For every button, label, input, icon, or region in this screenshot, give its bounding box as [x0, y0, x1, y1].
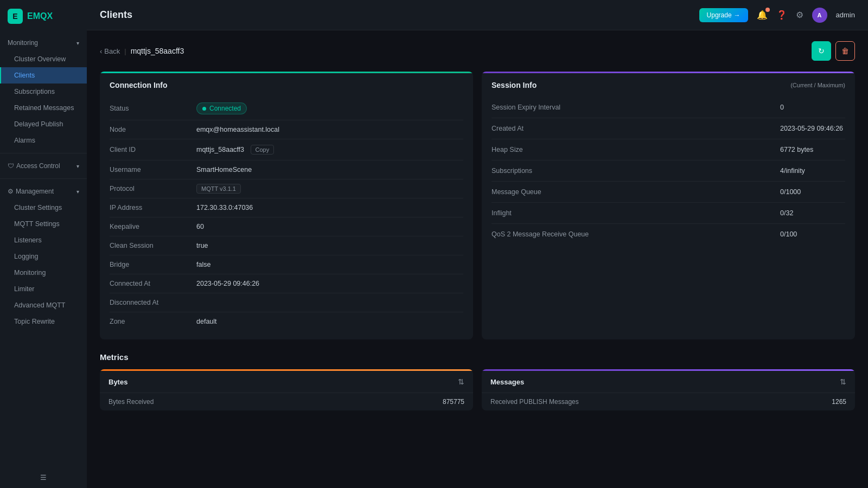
- sort-icon-messages[interactable]: ⇅: [840, 377, 846, 386]
- arrow-right-icon: →: [734, 11, 741, 19]
- delete-button[interactable]: 🗑: [835, 41, 855, 61]
- disconnected-at-row: Disconnected At: [110, 293, 463, 312]
- bytes-card: Bytes ⇅ Bytes Received 875775: [100, 369, 473, 410]
- main-content: Clients Upgrade → 🔔 ❓ ⚙ A admin ‹ Back |…: [87, 0, 868, 488]
- protocol-row: Protocol MQTT v3.1.1: [110, 179, 463, 198]
- session-created-row: Created At 2023-05-29 09:46:26: [492, 118, 845, 139]
- arrow-left-icon: ‹: [100, 47, 102, 55]
- chevron-down-icon: ▾: [76, 40, 79, 46]
- metrics-row: Bytes ⇅ Bytes Received 875775 Messages ⇅…: [100, 369, 855, 410]
- collapse-icon: ☰: [40, 473, 47, 481]
- sidebar-item-monitoring[interactable]: Monitoring: [0, 265, 87, 281]
- help-icon[interactable]: ❓: [776, 10, 787, 20]
- sidebar-item-listeners[interactable]: Listeners: [0, 232, 87, 248]
- status-badge: Connected: [196, 102, 247, 114]
- status-row: Status Connected: [110, 97, 463, 120]
- sidebar-management-group[interactable]: ⚙ Management ▾: [0, 183, 87, 200]
- node-row: Node emqx@homeassistant.local: [110, 120, 463, 139]
- page-title: Clients: [100, 9, 132, 21]
- header: Clients Upgrade → 🔔 ❓ ⚙ A admin: [87, 0, 868, 30]
- session-card-title: Session Info: [492, 81, 537, 89]
- upgrade-button[interactable]: Upgrade →: [699, 8, 748, 22]
- username-row: Username SmartHomeScene: [110, 160, 463, 179]
- page-actions: ↻ 🗑: [812, 41, 855, 61]
- connected-at-row: Connected At 2023-05-29 09:46:26: [110, 274, 463, 293]
- shield-icon: 🛡: [8, 162, 14, 170]
- session-qos2-row: QoS 2 Message Receive Queue 0/100: [492, 224, 845, 245]
- refresh-button[interactable]: ↻: [812, 41, 831, 61]
- copy-client-id-button[interactable]: Copy: [251, 145, 275, 155]
- session-card-subtitle: (Current / Maximum): [790, 82, 845, 88]
- refresh-icon: ↻: [818, 47, 825, 55]
- info-cards-row: Connection Info Status Connected Nod: [100, 72, 855, 339]
- received-publish-row: Received PUBLISH Messages 1265: [482, 393, 855, 410]
- sidebar-management-section: ⚙ Management ▾ Cluster Settings MQTT Set…: [0, 181, 87, 332]
- sidebar: E EMQX Monitoring ▾ Cluster Overview Cli…: [0, 0, 87, 488]
- connection-card-title: Connection Info: [110, 81, 168, 89]
- chevron-down-icon-3: ▾: [76, 189, 79, 195]
- app-logo: E EMQX: [0, 0, 87, 33]
- sidebar-item-mqtt-settings[interactable]: MQTT Settings: [0, 216, 87, 232]
- bytes-card-title: Bytes: [108, 378, 127, 386]
- session-card-title-row: Session Info (Current / Maximum): [482, 73, 855, 95]
- sidebar-collapse-button[interactable]: ☰: [0, 467, 87, 488]
- client-id-row: Client ID mqttjs_58aacff3 Copy: [110, 139, 463, 160]
- trash-icon: 🗑: [841, 47, 849, 55]
- messages-card-title: Messages: [490, 378, 524, 386]
- sidebar-access-group[interactable]: 🛡 Access Control ▾: [0, 158, 87, 174]
- connection-card-title-row: Connection Info: [100, 73, 473, 95]
- keepalive-row: Keepalive 60: [110, 217, 463, 236]
- zone-row: Zone default: [110, 312, 463, 331]
- session-heap-row: Heap Size 6772 bytes: [492, 139, 845, 160]
- sidebar-access-section: 🛡 Access Control ▾: [0, 156, 87, 176]
- bytes-card-header: Bytes ⇅: [100, 371, 473, 393]
- admin-label: admin: [836, 11, 855, 19]
- logo-icon: E: [8, 9, 23, 24]
- page-body: ‹ Back | mqttjs_58aacff3 ↻ 🗑 Connection …: [87, 30, 868, 488]
- sidebar-monitoring-section: Monitoring ▾ Cluster Overview Clients Su…: [0, 33, 87, 151]
- sidebar-monitoring-group[interactable]: Monitoring ▾: [0, 35, 87, 51]
- sidebar-divider-2: [0, 178, 87, 179]
- sidebar-item-advanced-mqtt[interactable]: Advanced MQTT: [0, 297, 87, 313]
- notifications-icon[interactable]: 🔔: [757, 10, 768, 20]
- back-button[interactable]: ‹ Back: [100, 47, 120, 55]
- breadcrumb: ‹ Back | mqttjs_58aacff3 ↻ 🗑: [100, 41, 855, 61]
- bridge-row: Bridge false: [110, 255, 463, 274]
- bytes-received-row: Bytes Received 875775: [100, 393, 473, 410]
- connection-card-body: Status Connected Node emqx@homeassistant…: [100, 95, 473, 339]
- session-card-body: Session Expiry Interval 0 Created At 202…: [482, 95, 855, 253]
- clean-session-row: Clean Session true: [110, 236, 463, 255]
- sidebar-item-cluster-settings[interactable]: Cluster Settings: [0, 200, 87, 216]
- sidebar-item-clients[interactable]: Clients: [0, 67, 87, 84]
- session-inflight-row: Inflight 0/32: [492, 203, 845, 224]
- sidebar-item-topic-rewrite[interactable]: Topic Rewrite: [0, 313, 87, 330]
- sidebar-item-cluster-overview[interactable]: Cluster Overview: [0, 51, 87, 67]
- status-dot: [202, 107, 206, 111]
- chevron-down-icon-2: ▾: [76, 163, 79, 169]
- sidebar-item-retained-messages[interactable]: Retained Messages: [0, 100, 87, 116]
- ip-row: IP Address 172.30.33.0:47036: [110, 198, 463, 217]
- session-info-card: Session Info (Current / Maximum) Session…: [482, 72, 855, 339]
- session-message-queue-row: Message Queue 0/1000: [492, 182, 845, 203]
- connection-info-card: Connection Info Status Connected Nod: [100, 72, 473, 339]
- metrics-section-title: Metrics: [100, 352, 855, 362]
- gear-icon: ⚙: [8, 188, 14, 195]
- sort-icon-bytes[interactable]: ⇅: [458, 377, 464, 386]
- avatar: A: [812, 8, 827, 23]
- breadcrumb-separator: |: [124, 47, 126, 55]
- sidebar-item-limiter[interactable]: Limiter: [0, 281, 87, 297]
- sidebar-item-delayed-publish[interactable]: Delayed Publish: [0, 116, 87, 132]
- settings-icon[interactable]: ⚙: [796, 10, 803, 20]
- sidebar-item-subscriptions[interactable]: Subscriptions: [0, 84, 87, 100]
- sidebar-item-logging[interactable]: Logging: [0, 248, 87, 265]
- header-right: Upgrade → 🔔 ❓ ⚙ A admin: [699, 8, 855, 23]
- messages-card: Messages ⇅ Received PUBLISH Messages 126…: [482, 369, 855, 410]
- sidebar-divider-1: [0, 153, 87, 153]
- breadcrumb-current: mqttjs_58aacff3: [131, 47, 184, 55]
- sidebar-item-alarms[interactable]: Alarms: [0, 132, 87, 149]
- protocol-badge: MQTT v3.1.1: [196, 184, 241, 194]
- app-name: EMQX: [27, 11, 53, 21]
- session-subscriptions-row: Subscriptions 4/infinity: [492, 160, 845, 182]
- session-expiry-row: Session Expiry Interval 0: [492, 97, 845, 118]
- notification-badge: [765, 8, 770, 12]
